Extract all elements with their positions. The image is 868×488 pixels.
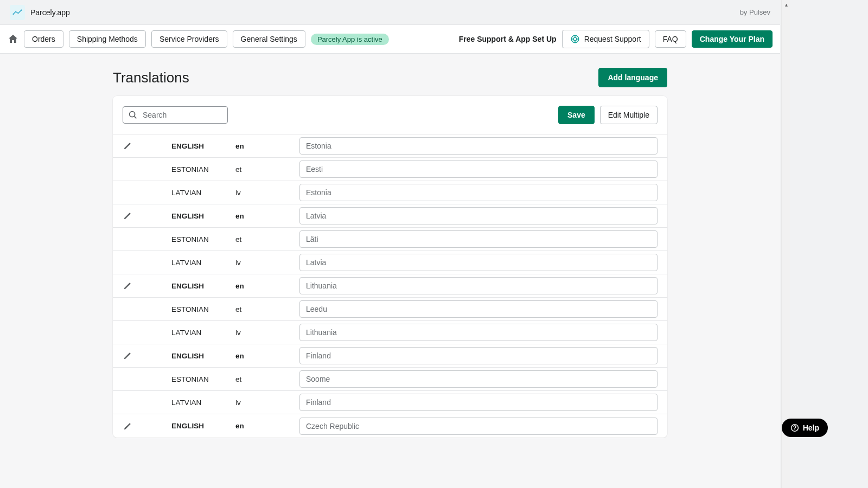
translation-input[interactable] xyxy=(299,230,658,248)
translation-row: ENGLISHen xyxy=(113,344,667,368)
translation-row: ENGLISHen xyxy=(113,204,667,228)
language-label: LATVIAN xyxy=(171,399,235,407)
translation-row: ESTONIANet xyxy=(113,228,667,251)
edit-icon[interactable] xyxy=(123,351,132,361)
translation-input[interactable] xyxy=(299,184,658,201)
edit-icon[interactable] xyxy=(123,141,132,151)
help-icon xyxy=(790,423,799,432)
translation-input[interactable] xyxy=(299,207,658,224)
language-label: ENGLISH xyxy=(171,352,235,360)
language-label: ESTONIAN xyxy=(171,165,235,174)
add-language-button[interactable]: Add language xyxy=(598,68,667,87)
svg-point-3 xyxy=(573,37,577,41)
language-code: et xyxy=(235,305,299,313)
nav-general-settings[interactable]: General Settings xyxy=(233,30,305,48)
search-icon xyxy=(128,110,138,120)
translation-row: LATVIANlv xyxy=(113,251,667,274)
language-label: ESTONIAN xyxy=(171,235,235,243)
language-label: LATVIAN xyxy=(171,259,235,267)
scrollbar[interactable]: ▴ xyxy=(781,0,790,488)
save-button[interactable]: Save xyxy=(558,106,595,124)
language-label: ENGLISH xyxy=(171,282,235,290)
translation-row: ENGLISHen xyxy=(113,274,667,298)
language-label: ENGLISH xyxy=(171,212,235,220)
translation-row: LATVIANlv xyxy=(113,181,667,204)
language-label: ENGLISH xyxy=(171,422,235,430)
support-icon xyxy=(570,34,580,44)
svg-line-9 xyxy=(135,117,137,119)
support-text: Free Support & App Set Up xyxy=(459,35,557,43)
language-code: en xyxy=(235,352,299,360)
nav-orders[interactable]: Orders xyxy=(24,30,63,48)
language-code: lv xyxy=(235,259,299,267)
translation-row: ESTONIANet xyxy=(113,158,667,181)
faq-button[interactable]: FAQ xyxy=(655,30,686,48)
language-code: lv xyxy=(235,189,299,197)
language-label: ESTONIAN xyxy=(171,375,235,383)
language-label: ENGLISH xyxy=(171,142,235,150)
language-code: lv xyxy=(235,329,299,337)
language-label: LATVIAN xyxy=(171,189,235,197)
navbar: Orders Shipping Methods Service Provider… xyxy=(0,25,780,54)
language-code: et xyxy=(235,375,299,383)
app-byline: by Pulsev xyxy=(740,8,770,16)
translation-input[interactable] xyxy=(299,418,658,435)
language-code: lv xyxy=(235,399,299,407)
home-icon[interactable] xyxy=(8,34,18,44)
nav-service-providers[interactable]: Service Providers xyxy=(151,30,227,48)
help-widget[interactable]: Help xyxy=(782,419,828,437)
svg-point-1 xyxy=(21,9,22,10)
language-code: en xyxy=(235,422,299,430)
language-code: et xyxy=(235,235,299,243)
translation-row: ESTONIANet xyxy=(113,298,667,321)
svg-point-0 xyxy=(12,13,14,14)
status-badge: Parcely App is active xyxy=(311,34,389,45)
language-label: LATVIAN xyxy=(171,329,235,337)
edit-icon[interactable] xyxy=(123,421,132,431)
translation-row: ENGLISHen xyxy=(113,414,667,438)
svg-point-8 xyxy=(130,112,135,117)
translation-input[interactable] xyxy=(299,394,658,411)
language-label: ESTONIAN xyxy=(171,305,235,313)
svg-point-11 xyxy=(794,429,795,430)
request-support-button[interactable]: Request Support xyxy=(562,30,649,48)
language-code: en xyxy=(235,212,299,220)
edit-icon[interactable] xyxy=(123,281,132,291)
language-code: en xyxy=(235,142,299,150)
app-topbar: Parcely.app by Pulsev xyxy=(0,0,780,25)
translation-input[interactable] xyxy=(299,160,658,178)
edit-icon[interactable] xyxy=(123,211,132,221)
translation-input[interactable] xyxy=(299,137,658,155)
help-label: Help xyxy=(803,423,819,432)
translations-card: Save Edit Multiple ENGLISHenESTONIANetLA… xyxy=(113,96,667,438)
translation-input[interactable] xyxy=(299,324,658,341)
translation-row: LATVIANlv xyxy=(113,321,667,344)
request-support-label: Request Support xyxy=(584,35,641,43)
translation-row: ENGLISHen xyxy=(113,134,667,158)
language-code: et xyxy=(235,165,299,174)
search-input[interactable] xyxy=(123,106,228,124)
translation-input[interactable] xyxy=(299,300,658,318)
app-logo xyxy=(10,5,25,20)
edit-multiple-button[interactable]: Edit Multiple xyxy=(600,106,658,124)
translation-row: ESTONIANet xyxy=(113,368,667,391)
page-title: Translations xyxy=(113,69,189,86)
translation-row: LATVIANlv xyxy=(113,391,667,414)
language-code: en xyxy=(235,282,299,290)
translation-input[interactable] xyxy=(299,347,658,364)
translation-input[interactable] xyxy=(299,277,658,294)
translation-input[interactable] xyxy=(299,254,658,271)
nav-shipping-methods[interactable]: Shipping Methods xyxy=(69,30,146,48)
translation-input[interactable] xyxy=(299,370,658,388)
change-plan-button[interactable]: Change Your Plan xyxy=(692,30,773,48)
app-title: Parcely.app xyxy=(30,8,70,17)
